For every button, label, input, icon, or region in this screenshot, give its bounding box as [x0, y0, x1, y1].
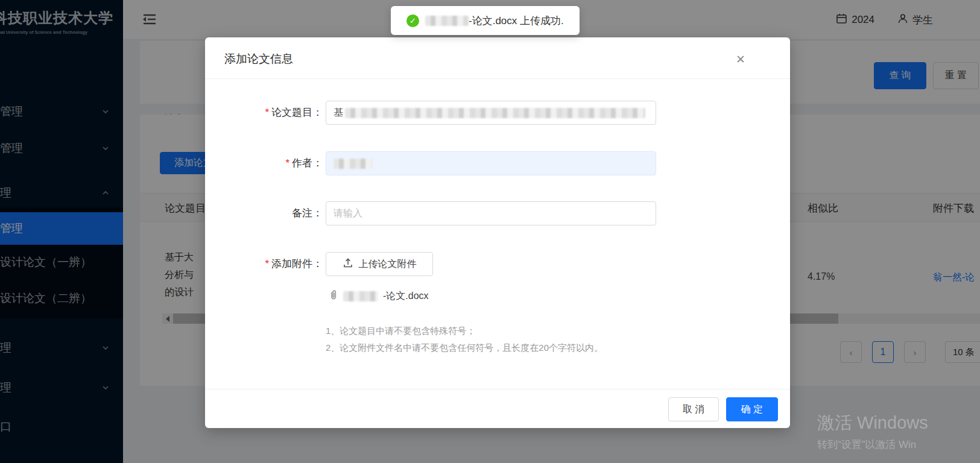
thesis-title-input[interactable]: 基	[326, 101, 656, 125]
file-name-suffix: -论文.docx	[383, 290, 429, 303]
redacted-file-name	[343, 291, 378, 301]
add-thesis-modal: 添加论文信息 ✕ *论文题目： 基 *作者： 备注： *添加附件： 上传论文附件…	[205, 37, 790, 428]
redacted-author-value	[334, 159, 372, 169]
cancel-button[interactable]: 取 消	[668, 397, 719, 421]
note-1: 1、论文题目中请不要包含特殊符号；	[326, 326, 475, 337]
remark-label: 备注：	[205, 201, 323, 225]
attachment-label: *添加附件：	[205, 252, 323, 276]
uploaded-file-item[interactable]: -论文.docx	[329, 289, 429, 303]
thesis-title-label: *论文题目：	[205, 101, 323, 125]
toast-message: -论文.docx 上传成功.	[469, 14, 564, 28]
modal-title: 添加论文信息	[224, 51, 293, 67]
success-check-icon: ✓	[406, 14, 419, 27]
remark-input[interactable]	[334, 208, 648, 219]
modal-footer-divider	[205, 389, 790, 389]
author-input	[326, 151, 656, 175]
upload-icon	[343, 257, 353, 271]
required-mark: *	[265, 258, 269, 269]
remark-input-wrap	[326, 201, 656, 225]
confirm-button[interactable]: 确 定	[726, 397, 778, 421]
close-icon[interactable]: ✕	[731, 49, 750, 69]
redacted-name	[425, 16, 469, 26]
required-mark: *	[265, 107, 269, 118]
modal-header-divider	[205, 78, 790, 79]
author-label: *作者：	[205, 151, 323, 175]
note-2: 2、论文附件文件名中请不要包含任何符号，且长度在20个字符以内。	[326, 342, 603, 354]
paperclip-icon	[329, 289, 338, 303]
upload-success-toast: ✓ -论文.docx 上传成功.	[391, 6, 580, 35]
upload-attachment-button[interactable]: 上传论文附件	[326, 252, 433, 276]
required-mark: *	[285, 157, 289, 169]
redacted-title-value	[345, 108, 645, 118]
